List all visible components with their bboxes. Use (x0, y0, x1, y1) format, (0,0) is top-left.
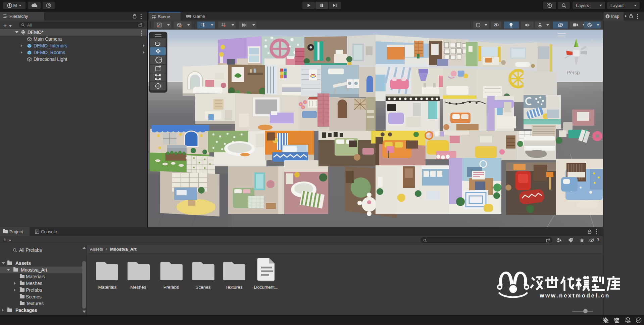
svg-text:Meshes: Meshes (130, 285, 146, 290)
svg-text:www.nextmodel.cn: www.nextmodel.cn (539, 292, 610, 299)
svg-text:Textures: Textures (225, 285, 242, 290)
svg-text:Materials: Materials (98, 285, 117, 290)
svg-text:Persp: Persp (566, 70, 580, 75)
svg-text:Y: Y (203, 25, 205, 28)
svg-text:Prefabs: Prefabs (163, 285, 179, 290)
svg-text:Scenes: Scenes (195, 285, 210, 290)
svg-text:Document...: Document... (254, 285, 279, 290)
